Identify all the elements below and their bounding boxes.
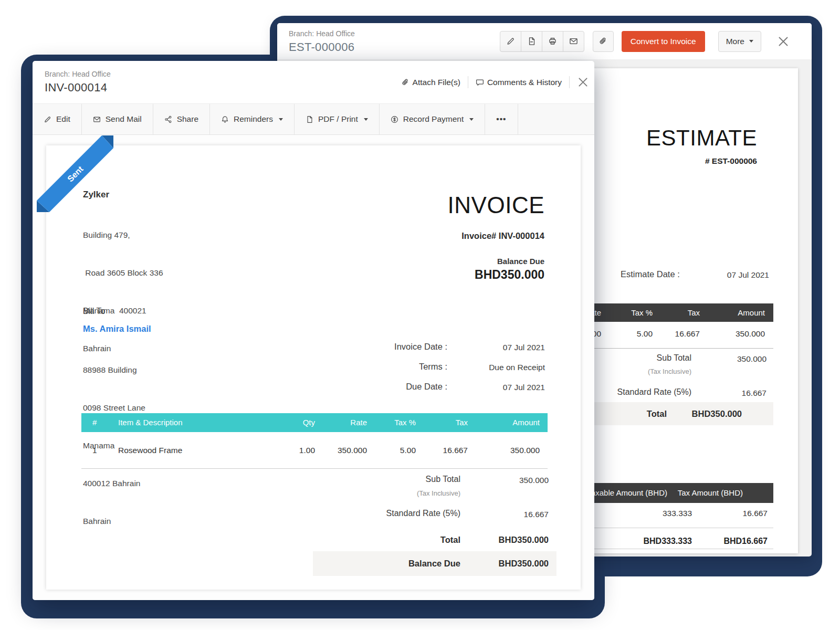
customer-address-line: 88988 Building: [83, 364, 145, 376]
pdf-print-button[interactable]: PDF / Print: [295, 104, 380, 134]
reminders-button[interactable]: Reminders: [210, 104, 295, 134]
cell-item: Rosewood Frame: [118, 432, 182, 468]
taxable-amount-total: BHD333.333: [644, 537, 692, 546]
caret-down-icon: [469, 118, 474, 121]
more-button-label: More: [726, 37, 744, 46]
subtotal-label: Sub Total: [426, 475, 460, 484]
balance-due-band: Balance Due BHD350.000: [313, 551, 556, 576]
send-mail-button[interactable]: Send Mail: [82, 104, 153, 134]
column-header-qty: Qty: [303, 413, 315, 432]
tax-rate-value: 16.667: [524, 510, 549, 519]
close-estimate-button[interactable]: [778, 36, 789, 47]
bill-to-label: Bill To: [83, 307, 105, 316]
estimate-document-number: # EST-000006: [705, 156, 757, 166]
edit-label: Edit: [56, 114, 70, 124]
estimate-toolbar: Convert to Invoice More: [500, 23, 812, 59]
terms-label: Terms :: [419, 362, 447, 372]
cell-amount: 350.000: [736, 329, 765, 339]
cell-tax: 16.667: [443, 432, 468, 468]
send-email-button[interactable]: [563, 31, 584, 52]
invoice-branch-label: Branch: Head Office: [45, 70, 111, 78]
cell-qty: 1.00: [299, 432, 315, 468]
share-button[interactable]: Share: [153, 104, 210, 134]
invoice-date-label: Invoice Date :: [394, 342, 447, 352]
subtotal-value: 350.000: [519, 476, 549, 485]
estimate-number: EST-000006: [289, 40, 354, 54]
export-pdf-button[interactable]: [521, 31, 542, 52]
column-header-tax-percent: Tax %: [394, 413, 416, 432]
invoice-window: Branch: Head Office INV-000014 Attach Fi…: [33, 61, 594, 600]
company-address-line: Road 3605 Block 336: [83, 267, 163, 279]
more-options-button[interactable]: •••: [485, 104, 518, 134]
column-header-rate: Rate: [350, 413, 367, 432]
bell-icon: [221, 116, 229, 123]
column-header-tax-percent: Tax %: [631, 303, 653, 322]
attach-files-button[interactable]: Attach File(s): [401, 78, 460, 87]
column-header-tax: Tax: [456, 413, 468, 432]
cell-amount: 350.000: [510, 432, 540, 468]
estimate-document-title: ESTIMATE: [646, 127, 757, 149]
close-invoice-button[interactable]: [578, 77, 588, 87]
column-header-tax: Tax: [688, 303, 700, 322]
taxable-amount-value: 333.333: [663, 509, 692, 518]
pdf-print-label: PDF / Print: [318, 114, 358, 124]
comments-history-label: Comments & History: [487, 78, 562, 87]
record-payment-button[interactable]: Record Payment: [380, 104, 485, 134]
invoice-document-page: Sent Zylker Building 479, Road 3605 Bloc…: [46, 145, 581, 590]
terms-value: Due on Receipt: [489, 363, 545, 372]
share-label: Share: [177, 114, 198, 124]
customer-address-line: 400012 Bahrain: [83, 477, 145, 490]
tax-amount-total: BHD16.667: [723, 537, 768, 546]
customer-address-line: 0098 Street Lane: [83, 402, 145, 414]
balance-due-value: BHD350.000: [499, 551, 549, 576]
paperclip-icon: [598, 37, 607, 46]
taxable-amount-header: Taxable Amount (BHD): [587, 483, 667, 503]
cell-rate: 350.000: [338, 432, 367, 468]
cell-tax-percent: 5.00: [637, 329, 653, 339]
more-button[interactable]: More: [718, 31, 761, 52]
pencil-icon: [44, 116, 51, 123]
attachment-button[interactable]: [593, 31, 614, 52]
estimate-icon-button-group: [500, 31, 584, 52]
comment-bubble-icon: [476, 78, 484, 87]
invoice-document-number: Invoice# INV-000014: [461, 231, 544, 241]
column-header-index: #: [92, 413, 97, 432]
close-icon: [578, 77, 588, 87]
invoice-table-row: 1 Rosewood Frame 1.00 350.000 5.00 16.66…: [81, 432, 548, 469]
customer-name-link[interactable]: Ms. Amira Ismail: [83, 324, 151, 334]
invoice-body: Sent Zylker Building 479, Road 3605 Bloc…: [33, 135, 594, 600]
app-stage: Branch: Head Office EST-000006: [0, 0, 840, 630]
envelope-icon: [569, 37, 578, 46]
invoice-table-header: # Item & Description Qty Rate Tax % Tax …: [81, 413, 548, 432]
pencil-icon: [506, 37, 515, 46]
subtotal-label: Sub Total: [657, 353, 691, 363]
record-payment-label: Record Payment: [403, 114, 464, 124]
total-value: BHD350.000: [499, 535, 549, 545]
balance-due-label: Balance Due: [408, 551, 460, 576]
company-name: Zylker: [83, 190, 109, 200]
estimate-branch-label: Branch: Head Office: [289, 29, 355, 38]
print-button[interactable]: [542, 31, 563, 52]
due-date-value: 07 Jul 2021: [503, 383, 545, 392]
paperclip-icon: [401, 78, 410, 87]
pdf-file-icon: [306, 116, 313, 123]
convert-to-invoice-button[interactable]: Convert to Invoice: [622, 31, 705, 52]
total-label: Total: [440, 535, 460, 545]
edit-button[interactable]: Edit: [33, 104, 82, 134]
printer-icon: [548, 37, 557, 46]
tax-amount-value: 16.667: [743, 509, 768, 518]
invoice-header-actions: Attach File(s) Comments & History: [401, 61, 588, 103]
due-date-label: Due Date :: [406, 382, 447, 392]
comments-history-button[interactable]: Comments & History: [476, 78, 562, 87]
tax-rate-value: 16.667: [742, 388, 766, 398]
tax-rate-label: Standard Rate (5%): [386, 509, 460, 518]
invoice-number: INV-000014: [45, 81, 107, 94]
cell-index: 1: [92, 432, 97, 468]
estimate-window-header: Branch: Head Office EST-000006: [277, 23, 812, 59]
caret-down-icon: [279, 118, 283, 121]
edit-button[interactable]: [500, 31, 521, 52]
caret-down-icon: [749, 40, 753, 43]
total-label: Total: [647, 402, 667, 425]
estimate-date-value: 07 Jul 2021: [727, 270, 769, 280]
customer-address-line: Bahrain: [83, 515, 145, 528]
